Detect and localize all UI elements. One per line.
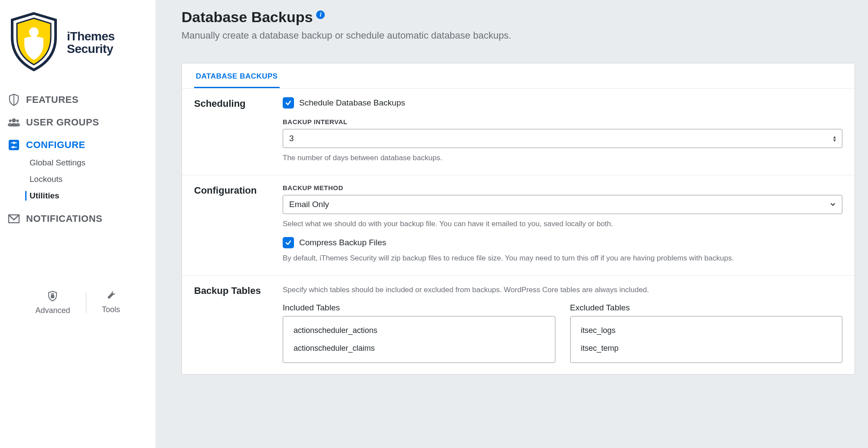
nav-list: FEATURES USER GROUPS CONFIGURE [8,89,148,156]
subnav-lockouts[interactable]: Lockouts [30,171,148,188]
section-scheduling: Scheduling Schedule Database Backups BAC… [182,88,855,175]
mail-icon [8,213,20,225]
svg-point-0 [29,27,39,37]
compress-checkbox-row: Compress Backup Files [283,237,842,248]
schedule-checkbox-row: Schedule Database Backups [283,97,842,109]
svg-point-2 [9,119,12,122]
footer-label: Advanced [35,306,70,315]
nav-notifications[interactable]: NOTIFICATIONS [8,208,148,230]
lock-shield-icon [48,291,57,303]
schedule-checkbox[interactable] [283,97,294,109]
included-column: Included Tables actionscheduler_actions … [283,303,555,363]
users-icon [8,116,20,128]
help-text: The number of days between database back… [283,152,842,164]
input-value: 3 [289,134,294,143]
svg-rect-4 [9,140,19,150]
sidebar-footer: Advanced Tools [8,282,148,315]
nav-label: NOTIFICATIONS [26,213,102,224]
svg-rect-11 [51,295,54,298]
list-item[interactable]: actionscheduler_claims [283,339,555,357]
list-item[interactable]: actionscheduler_actions [283,322,555,339]
number-stepper-icon[interactable]: ▴▾ [833,135,836,142]
section-body: BACKUP METHOD Email Only Select what we … [283,184,842,264]
nav-label: CONFIGURE [26,139,86,151]
help-text: By default, iThemes Security will zip ba… [283,253,842,264]
shield-logo-icon [8,11,60,74]
nav-label: FEATURES [26,94,79,105]
wrench-icon [106,291,116,303]
section-body: Schedule Database Backups BACKUP INTERVA… [283,97,842,164]
compress-checkbox[interactable] [283,237,294,248]
backup-interval-input[interactable]: 3 ▴▾ [283,129,842,148]
nav-configure[interactable]: CONFIGURE [8,134,148,156]
nav-label: USER GROUPS [26,117,99,128]
excluded-column: Excluded Tables itsec_logs itsec_temp [570,303,843,363]
checkbox-label: Compress Backup Files [299,238,386,247]
page-title: Database Backups i [182,9,325,26]
svg-point-1 [12,119,16,122]
tabs: DATABASE BACKUPS [182,63,855,88]
list-item[interactable]: itsec_temp [571,339,842,357]
tables-columns: Included Tables actionscheduler_actions … [283,303,842,363]
help-text: Select what we should do with your backu… [283,218,842,230]
brand-line1: iThemes [67,30,115,43]
backup-method-select[interactable]: Email Only [283,195,842,214]
section-configuration: Configuration BACKUP METHOD Email Only S… [182,175,855,275]
svg-point-3 [16,119,19,122]
section-heading: Backup Tables [194,284,283,363]
check-icon [285,99,292,106]
nav-features[interactable]: FEATURES [8,89,148,111]
subnav-global-settings[interactable]: Global Settings [30,155,148,171]
column-title: Included Tables [283,303,555,313]
info-icon[interactable]: i [316,10,325,19]
select-value: Email Only [289,200,329,209]
nav-user-groups[interactable]: USER GROUPS [8,111,148,134]
included-listbox[interactable]: actionscheduler_actions actionscheduler_… [283,316,555,363]
brand-logo: iThemes Security [8,9,148,89]
sidebar: iThemes Security FEATURES USER GROUPS CO… [0,0,155,448]
page-subtitle: Manually create a database backup or sch… [182,30,855,41]
configure-subnav: Global Settings Lockouts Utilities [8,155,148,204]
check-icon [285,239,292,246]
footer-tools[interactable]: Tools [102,291,120,315]
main-content: Database Backups i Manually create a dat… [155,0,868,448]
excluded-listbox[interactable]: itsec_logs itsec_temp [570,316,843,363]
brand-line2: Security [67,43,115,55]
method-label: BACKUP METHOD [283,184,842,191]
subnav-utilities[interactable]: Utilities [30,188,148,204]
settings-card: DATABASE BACKUPS Scheduling Schedule Dat… [182,63,855,375]
section-backup-tables: Backup Tables Specify which tables shoul… [182,275,855,375]
column-title: Excluded Tables [570,303,843,313]
section-heading: Configuration [194,184,283,264]
footer-label: Tools [102,305,120,314]
nav-list-lower: NOTIFICATIONS [8,208,148,230]
footer-advanced[interactable]: Advanced [35,291,70,315]
sliders-icon [8,139,20,151]
interval-label: BACKUP INTERVAL [283,118,842,125]
page-title-text: Database Backups [182,9,313,26]
checkbox-label: Schedule Database Backups [299,98,405,108]
section-body: Specify which tables should be included … [283,284,842,363]
section-heading: Scheduling [194,97,283,164]
chevron-down-icon [830,201,836,208]
help-text: Specify which tables should be included … [283,284,842,296]
list-item[interactable]: itsec_logs [571,322,842,339]
shield-icon [8,94,20,106]
brand-text: iThemes Security [67,30,115,56]
footer-divider [86,293,86,313]
tab-database-backups[interactable]: DATABASE BACKUPS [194,63,280,88]
